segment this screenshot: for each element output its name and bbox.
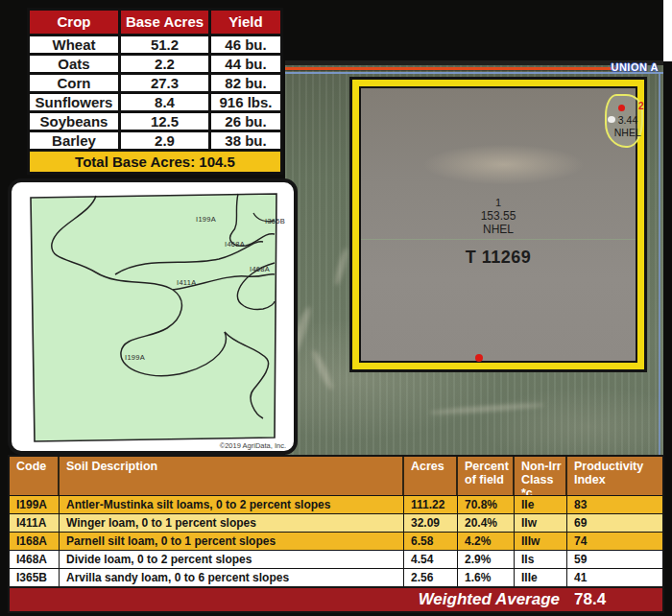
col-productivity-index: ProductivityIndex (567, 457, 662, 495)
crop-base-acres: 2.2 (121, 56, 208, 72)
crop-row-sunflowers: Sunflowers 8.4 916 lbs. (30, 94, 280, 110)
agridata-copyright: ©2019 AgriData, Inc. (220, 441, 286, 450)
crop-name: Wheat (30, 36, 118, 53)
cell-productivity: 59 (567, 550, 662, 568)
crop-yield: 38 bu. (211, 132, 280, 149)
soil-area-label: I468A (225, 240, 245, 249)
cell-acres: 2.56 (404, 568, 458, 586)
aerial-map: UNION A 1 153.55 NHEL T 11269 2 3.44 NHE… (285, 60, 663, 459)
weighted-average-label: Weighted Average (10, 588, 567, 611)
crop-yield: 916 lbs. (211, 94, 280, 110)
crop-base-acres: 12.5 (121, 113, 208, 130)
cell-description: Arvilla sandy loam, 0 to 6 percent slope… (60, 568, 404, 586)
crop-yield: 82 bu. (211, 75, 280, 91)
subfield-hel-status: NHEL (609, 127, 647, 138)
crop-name: Barley (30, 132, 118, 149)
subfield-boundary: 2 3.44 NHEL (605, 94, 643, 148)
col-code: Code (10, 457, 60, 495)
cell-description: Antler-Mustinka silt loams, 0 to 2 perce… (60, 495, 404, 513)
total-base-acres-bar: Total Base Acres: 104.5 (30, 152, 280, 172)
cell-class: IIIe (515, 568, 567, 586)
cell-class: IIIw (515, 532, 567, 550)
cell-percent: 1.6% (458, 568, 515, 586)
page-corner (663, 0, 672, 61)
soil-area-label: I199A (125, 353, 145, 362)
crop-yield: 26 bu. (211, 113, 280, 130)
weighted-average-row: Weighted Average 78.4 (10, 586, 662, 611)
soil-map-card: I199A I365B I468A I468A I411A I199A ©201… (8, 178, 298, 455)
crop-base-acres: 27.3 (121, 75, 208, 91)
col-base-acres: Base Acres (121, 11, 208, 34)
boundary-red-dot (475, 354, 483, 362)
crop-name: Sunflowers (30, 94, 118, 110)
crop-row-soybeans: Soybeans 12.5 26 bu. (30, 113, 280, 130)
field-streak (333, 248, 349, 286)
cell-code: I468A (10, 550, 60, 568)
subfield-red-dot (618, 105, 625, 111)
col-soil-description: Soil Description (60, 457, 404, 495)
cell-acres: 32.09 (404, 513, 458, 532)
cell-productivity: 74 (567, 532, 662, 550)
crop-table-header: Crop Base Acres Yield (30, 11, 280, 34)
cell-percent: 70.8% (458, 495, 515, 513)
soil-table-row: I168A Parnell silt loam, 0 to 1 percent … (10, 532, 662, 550)
cell-description: Winger loam, 0 to 1 percent slopes (60, 513, 404, 532)
crop-yield: 46 bu. (211, 36, 280, 53)
soil-map-drawing (12, 182, 294, 451)
col-non-irr-class: Non-IrrClass *c (515, 457, 567, 495)
cell-code: I365B (10, 568, 60, 586)
crop-row-wheat: Wheat 51.2 46 bu. (30, 36, 280, 53)
field-acres: 153.55 (361, 209, 636, 223)
soil-table-header: Code Soil Description Acres Percentof fi… (10, 457, 662, 495)
subfield-number: 2 (638, 101, 644, 111)
cell-class: IIw (515, 513, 567, 532)
cell-productivity: 41 (567, 568, 662, 586)
cell-productivity: 69 (567, 513, 662, 532)
cell-productivity: 83 (567, 495, 662, 513)
tract-id: T 11269 (361, 248, 636, 268)
field-number: 1 (361, 196, 636, 209)
cell-percent: 4.2% (458, 532, 515, 550)
soil-table-row: I411A Winger loam, 0 to 1 percent slopes… (10, 513, 662, 532)
subfield-acres: 3.44 (611, 114, 645, 126)
crop-row-corn: Corn 27.3 82 bu. (30, 75, 280, 91)
field-labels: 1 153.55 NHEL T 11269 (361, 196, 636, 268)
crop-base-acres: 2.9 (121, 132, 208, 149)
crop-base-acres: 51.2 (121, 36, 208, 53)
soil-area-label: I468A (250, 265, 270, 273)
cell-class: IIs (515, 550, 567, 568)
crop-name: Soybeans (30, 113, 118, 130)
col-yield: Yield (211, 11, 280, 34)
cell-acres: 111.22 (404, 495, 458, 513)
cell-class: IIe (515, 495, 567, 513)
crop-base-acres: 8.4 (121, 94, 208, 110)
soil-area-label: I199A (196, 215, 216, 224)
crop-name: Corn (30, 75, 118, 91)
cell-code: I199A (10, 495, 60, 513)
road-line-orange (285, 67, 619, 70)
road-line-blue (285, 72, 663, 74)
cell-description: Divide loam, 0 to 2 percent slopes (60, 550, 404, 568)
field-hel-status: NHEL (361, 223, 636, 236)
col-percent-of-field: Percentof field (458, 457, 515, 495)
farm-report-page: UNION A 1 153.55 NHEL T 11269 2 3.44 NHE… (0, 0, 672, 616)
field-boundary-parcel: 1 153.55 NHEL T 11269 (359, 86, 637, 363)
cell-percent: 2.9% (458, 550, 515, 568)
soil-table-row: I468A Divide loam, 0 to 2 percent slopes… (10, 550, 662, 568)
soil-detail-table: Code Soil Description Acres Percentof fi… (8, 455, 664, 613)
field-streak (310, 348, 335, 391)
union-road-label: UNION A (611, 61, 659, 73)
cell-code: I411A (10, 513, 60, 532)
crop-row-barley: Barley 2.9 38 bu. (30, 132, 280, 149)
crop-yield: 44 bu. (211, 56, 280, 72)
map-top-bar (285, 60, 663, 65)
weighted-average-value: 78.4 (567, 588, 662, 611)
soil-table-row: I199A Antler-Mustinka silt loams, 0 to 2… (10, 495, 662, 513)
soil-table-row: I365B Arvilla sandy loam, 0 to 6 percent… (10, 568, 662, 586)
soil-area-label: I365B (265, 217, 285, 225)
cell-code: I168A (10, 532, 60, 550)
cell-percent: 20.4% (458, 513, 515, 532)
cell-acres: 6.58 (404, 532, 458, 550)
cell-acres: 4.54 (404, 550, 458, 568)
cell-description: Parnell silt loam, 0 to 1 percent slopes (60, 532, 404, 550)
